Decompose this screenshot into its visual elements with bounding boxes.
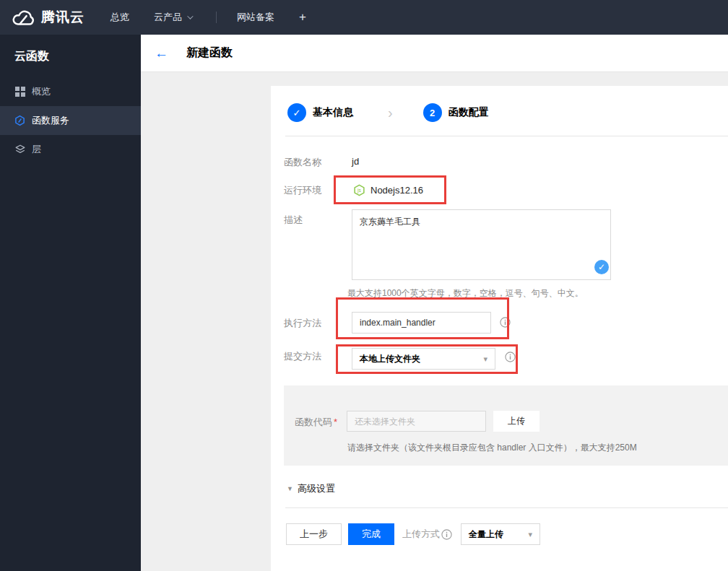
submit-method-info-icon[interactable] bbox=[505, 352, 516, 362]
upload-mode: 上传方式 bbox=[402, 528, 452, 541]
step-chevron-icon: › bbox=[388, 105, 393, 120]
nav-item-products[interactable]: 云产品 bbox=[154, 11, 191, 24]
footer-actions: 上一步 完成 上传方式 全量上传 ▾ bbox=[286, 523, 540, 545]
submit-method-label: 提交方法 bbox=[284, 350, 321, 363]
main-content: ← 新建函数 ✓ 基本信息 › 2 函数配置 函数名称 jd 运行环境 js bbox=[141, 35, 728, 571]
upload-mode-select[interactable]: 全量上传 ▾ bbox=[461, 523, 540, 545]
sidebar-item-layers[interactable]: 层 bbox=[0, 135, 141, 164]
submit-method-select[interactable]: 本地上传文件夹 ▾ bbox=[352, 348, 495, 370]
sidebar-item-label: 概览 bbox=[32, 85, 51, 98]
function-code-help: 请选择文件夹（该文件夹根目录应包含 handler 入口文件），最大支持250M bbox=[347, 442, 637, 454]
step2-label: 函数配置 bbox=[448, 106, 489, 119]
submit-method-value: 本地上传文件夹 bbox=[360, 353, 420, 365]
top-navbar: 腾讯云 总览 云产品 网站备案 + bbox=[0, 0, 728, 35]
function-name-label: 函数名称 bbox=[284, 156, 321, 169]
handler-info-icon[interactable] bbox=[500, 317, 511, 328]
grid-icon bbox=[14, 87, 25, 97]
tencent-cloud-console: 腾讯云 总览 云产品 网站备案 + 云函数 概览 bbox=[0, 0, 728, 571]
nav-item-icp[interactable]: 网站备案 bbox=[237, 11, 274, 24]
cloud-logo-icon bbox=[10, 9, 35, 27]
upload-mode-value: 全量上传 bbox=[469, 528, 503, 541]
previous-step-button[interactable]: 上一步 bbox=[286, 523, 342, 545]
back-arrow-icon[interactable]: ← bbox=[155, 46, 168, 60]
valid-check-icon: ✓ bbox=[594, 260, 609, 274]
sidebar-item-function-service[interactable]: 函数服务 bbox=[0, 106, 141, 135]
triangle-down-icon: ▼ bbox=[287, 485, 293, 492]
upload-mode-info-icon[interactable] bbox=[441, 529, 452, 540]
description-help: 最大支持1000个英文字母，数字，空格，逗号、句号、中文。 bbox=[347, 287, 584, 300]
layers-icon bbox=[14, 144, 25, 155]
nodejs-icon: js bbox=[353, 184, 365, 196]
page-header: ← 新建函数 bbox=[141, 35, 728, 72]
caret-down-icon: ▾ bbox=[528, 530, 532, 539]
sidebar-item-overview[interactable]: 概览 bbox=[0, 77, 141, 106]
sidebar: 云函数 概览 函数服务 bbox=[0, 35, 141, 571]
upload-mode-label: 上传方式 bbox=[402, 528, 440, 541]
runtime-value: js Nodejs12.16 bbox=[353, 180, 423, 199]
function-code-section: 函数代码* 上传 请选择文件夹（该文件夹根目录应包含 handler 入口文件）… bbox=[284, 385, 728, 466]
advanced-settings-toggle[interactable]: ▼ 高级设置 bbox=[287, 482, 335, 495]
nav-add-tab-button[interactable]: + bbox=[299, 10, 306, 25]
description-label: 描述 bbox=[284, 214, 303, 227]
divider bbox=[285, 136, 728, 136]
create-function-card: ✓ 基本信息 › 2 函数配置 函数名称 jd 运行环境 js Nodejs12… bbox=[271, 86, 728, 571]
svg-text:js: js bbox=[357, 188, 361, 193]
sidebar-title: 云函数 bbox=[0, 35, 141, 77]
folder-path-input[interactable] bbox=[347, 411, 486, 432]
advanced-settings-label: 高级设置 bbox=[298, 482, 335, 495]
handler-input[interactable] bbox=[352, 312, 491, 334]
function-code-label: 函数代码* bbox=[295, 416, 337, 429]
step2-number: 2 bbox=[423, 103, 442, 122]
step1-check-icon: ✓ bbox=[287, 103, 306, 122]
scf-hexagon-icon bbox=[14, 115, 25, 126]
handler-label: 执行方法 bbox=[284, 317, 321, 330]
upload-button[interactable]: 上传 bbox=[493, 411, 540, 432]
finish-button[interactable]: 完成 bbox=[348, 523, 394, 545]
divider bbox=[285, 507, 728, 508]
sidebar-item-label: 层 bbox=[32, 143, 41, 156]
function-name-value: jd bbox=[352, 156, 359, 167]
tencent-cloud-logo[interactable]: 腾讯云 bbox=[10, 8, 84, 27]
page-title: 新建函数 bbox=[186, 45, 233, 61]
nav-items: 总览 云产品 网站备案 + bbox=[110, 10, 331, 25]
required-asterisk: * bbox=[334, 417, 337, 427]
runtime-label: 运行环境 bbox=[284, 184, 321, 197]
nav-item-overview[interactable]: 总览 bbox=[110, 11, 129, 24]
sidebar-item-label: 函数服务 bbox=[32, 114, 69, 127]
nav-divider bbox=[216, 12, 217, 23]
brand-name: 腾讯云 bbox=[41, 8, 84, 27]
step-indicator: ✓ 基本信息 › 2 函数配置 bbox=[287, 103, 489, 122]
caret-down-icon: ▾ bbox=[483, 354, 488, 364]
description-textarea[interactable]: 京东薅羊毛工具 bbox=[352, 209, 611, 280]
step1-label: 基本信息 bbox=[313, 106, 353, 119]
chevron-down-icon bbox=[187, 13, 193, 19]
